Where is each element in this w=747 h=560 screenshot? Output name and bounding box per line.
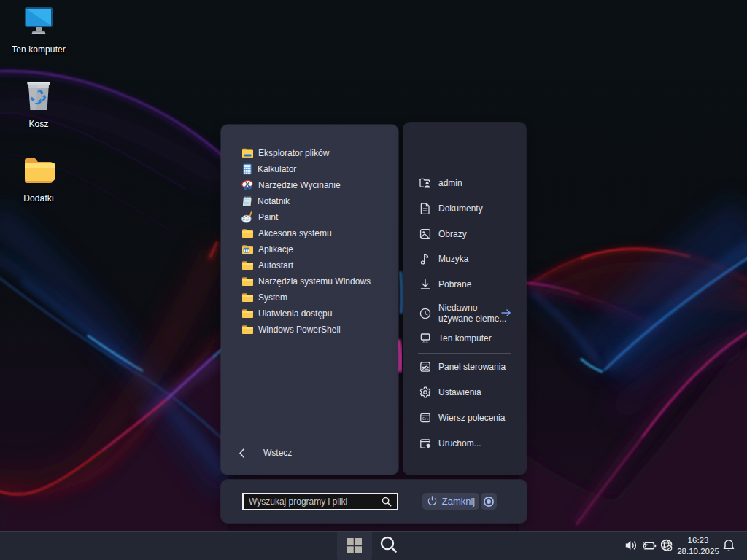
svg-text:C:\: C:\ bbox=[422, 417, 429, 421]
